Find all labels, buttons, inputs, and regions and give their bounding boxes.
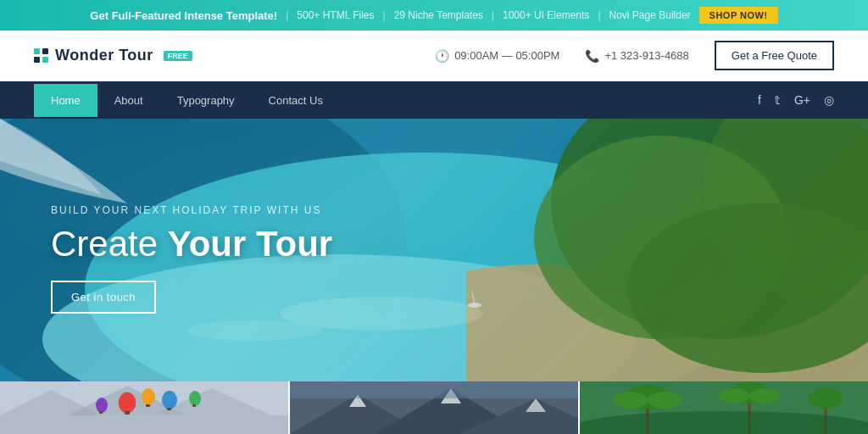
logo[interactable]: Wonder Tour FREE: [34, 47, 192, 64]
main-nav: Home About Typography Contact Us f 𝕥 G+ …: [0, 81, 868, 119]
svg-point-23: [162, 391, 177, 409]
hero-title-bold: Your Tour: [168, 224, 332, 264]
phone-icon: 📞: [585, 49, 599, 63]
nav-links: Home About Typography Contact Us: [34, 84, 340, 117]
svg-rect-36: [290, 381, 578, 398]
banner-divider-4: |: [598, 9, 600, 21]
mountains-scene: [290, 381, 578, 434]
nav-item-contact[interactable]: Contact Us: [252, 84, 340, 117]
banner-main-text: Get Full-Featured Intense Template!: [90, 9, 277, 22]
svg-point-45: [719, 388, 749, 403]
business-hours: 09:00AM — 05:00PM: [454, 49, 559, 62]
tropical-scene: [580, 381, 868, 434]
svg-point-25: [96, 398, 108, 413]
svg-point-27: [189, 391, 201, 406]
site-header: Wonder Tour FREE 🕐 09:00AM — 05:00PM 📞 +…: [0, 31, 868, 81]
contact-time: 🕐 09:00AM — 05:00PM: [435, 49, 559, 63]
banner-divider-1: |: [286, 9, 288, 21]
logo-dot-tr: [42, 48, 48, 54]
contact-phone: 📞 +1 323-913-4688: [585, 49, 688, 63]
card-tropical[interactable]: [580, 381, 868, 434]
svg-point-46: [749, 388, 780, 403]
hero-content: BUILD YOUR NEXT HOLIDAY TRIP WITH US Cre…: [51, 204, 332, 314]
nav-item-home[interactable]: Home: [34, 84, 97, 117]
hero-title: Create Your Tour: [51, 225, 332, 264]
twitter-icon[interactable]: 𝕥: [775, 93, 781, 107]
logo-dot-br: [42, 57, 48, 63]
phone-number: +1 323-913-4688: [604, 49, 688, 62]
hero-cta-button[interactable]: Get in touch: [51, 281, 156, 314]
shop-now-button[interactable]: SHOP NOW!: [699, 7, 778, 24]
svg-point-41: [614, 392, 648, 409]
logo-dot-tl: [34, 48, 40, 54]
google-plus-icon[interactable]: G+: [794, 93, 810, 107]
social-links: f 𝕥 G+ ◎: [758, 93, 834, 107]
svg-rect-24: [167, 408, 171, 410]
bottom-cards: [0, 381, 868, 434]
svg-point-21: [142, 388, 155, 405]
banner-sub-1: 500+ HTML Files: [297, 9, 374, 21]
banner-sub-3: 1000+ UI Elements: [503, 9, 589, 21]
hero-section: BUILD YOUR NEXT HOLIDAY TRIP WITH US Cre…: [0, 119, 868, 381]
hero-title-plain: Create: [51, 224, 168, 264]
banner-sub-4: Novi Page Builder: [609, 9, 691, 21]
banner-sub-2: 29 Niche Templates: [394, 9, 483, 21]
svg-point-48: [809, 388, 843, 409]
svg-point-11: [186, 320, 322, 341]
facebook-icon[interactable]: f: [758, 93, 761, 107]
svg-rect-26: [99, 411, 103, 414]
clock-icon: 🕐: [435, 49, 449, 63]
get-quote-button[interactable]: Get a Free Quote: [715, 41, 834, 70]
nav-item-about[interactable]: About: [97, 84, 160, 117]
header-contact: 🕐 09:00AM — 05:00PM 📞 +1 323-913-4688 Ge…: [435, 41, 834, 70]
banner-divider-3: |: [492, 9, 494, 21]
logo-text: Wonder Tour: [55, 47, 153, 64]
svg-rect-28: [192, 404, 196, 407]
card-mountains[interactable]: [290, 381, 578, 434]
svg-point-42: [648, 392, 682, 409]
instagram-icon[interactable]: ◎: [824, 93, 834, 107]
banner-divider-2: |: [383, 9, 386, 21]
top-banner: Get Full-Featured Intense Template! | 50…: [0, 0, 868, 31]
hero-subtitle: BUILD YOUR NEXT HOLIDAY TRIP WITH US: [51, 204, 332, 216]
logo-icon: [34, 48, 48, 63]
card-balloons[interactable]: [0, 381, 288, 434]
logo-dot-bl: [34, 57, 40, 63]
svg-rect-13: [0, 415, 288, 434]
balloons-scene: [0, 381, 288, 434]
svg-rect-22: [146, 404, 150, 407]
logo-free-badge: FREE: [164, 51, 192, 61]
nav-item-typography[interactable]: Typography: [160, 84, 252, 117]
